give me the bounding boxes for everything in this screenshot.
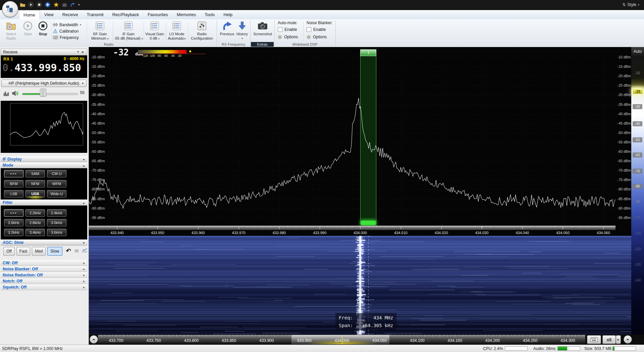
scale-label-minus-30[interactable]: -30 xyxy=(633,104,642,109)
mode-button-bfm[interactable]: BFM xyxy=(4,180,23,187)
mode-button-lsb[interactable]: LSB xyxy=(4,190,23,197)
add-icon[interactable] xyxy=(45,2,51,8)
section-mode[interactable]: Mode ▴ xyxy=(1,162,87,168)
stop-button[interactable]: Stop xyxy=(36,20,50,41)
rx1-marker[interactable]: 1 xyxy=(360,49,376,56)
receive-panel-header[interactable]: Receive ▾ ✕ xyxy=(1,49,87,55)
mode-button-cw-u[interactable]: CW-U xyxy=(47,170,66,177)
auto-scale-button[interactable]: Auto xyxy=(631,47,644,56)
menu-tab-transmit[interactable]: Transmit xyxy=(83,10,108,19)
close-icon[interactable]: ✕ xyxy=(81,50,84,54)
menu-tab-receive[interactable]: Receive xyxy=(58,10,83,19)
chevron-down-icon[interactable]: ▾ xyxy=(83,274,85,277)
dsp-row-noise-reduction[interactable]: Noise Reduction: Off▾ xyxy=(1,272,87,278)
nav-scroll-left-button[interactable]: ◂▸ xyxy=(90,335,98,344)
volume-slider-thumb[interactable] xyxy=(40,89,46,97)
speaker-icon[interactable] xyxy=(11,90,19,97)
select-radio-button[interactable]: Select Radio xyxy=(3,20,19,41)
menu-tab-home[interactable]: Home xyxy=(19,10,40,19)
scale-label-minus-20[interactable]: -20 xyxy=(633,89,643,94)
chevron-down-icon[interactable]: ▾ xyxy=(77,50,79,53)
agc-button-med[interactable]: Med xyxy=(32,247,46,256)
rx1-band-footer[interactable] xyxy=(361,221,376,225)
mode-button-dots[interactable]: ••• xyxy=(4,170,23,177)
start-button[interactable]: Start xyxy=(21,20,35,41)
chevron-up-icon[interactable]: ▴ xyxy=(83,201,85,205)
stop-icon[interactable] xyxy=(36,2,42,8)
filter-button-3-6khz[interactable]: 3.6kHz xyxy=(47,229,66,236)
chevron-up-icon[interactable]: ▴ xyxy=(83,164,85,167)
section-agc[interactable]: AGC: Slow ▾ xyxy=(1,239,87,246)
agc-button-slow[interactable]: Slow xyxy=(47,247,62,256)
chevron-down-icon[interactable]: ▾ xyxy=(83,280,85,283)
filter-button-2-8khz[interactable]: 2.8kHz xyxy=(25,219,45,226)
filter-button-2-4khz[interactable]: 2.4kHz xyxy=(47,209,66,217)
previous-button[interactable]: Previous xyxy=(219,20,235,41)
chevron-down-icon[interactable]: ▾ xyxy=(83,268,85,271)
agc-envelope-icon[interactable]: ✉ xyxy=(75,248,79,254)
dsp-row-noise-blanker[interactable]: Noise Blanker: Off▾ xyxy=(1,266,87,272)
filter-button-3-2khz[interactable]: 3.2kHz xyxy=(4,229,23,236)
frequency-display[interactable]: 0.433.999.850 xyxy=(1,62,87,74)
agc-button-fast[interactable]: Fast xyxy=(16,247,30,256)
equalizer-icon[interactable] xyxy=(3,90,9,97)
dsp-row-cw[interactable]: CW: Off▾ xyxy=(1,260,87,266)
filter-button-2-6khz[interactable]: 2.6kHz xyxy=(4,219,23,226)
scale-label-minus-40[interactable]: -40 xyxy=(633,121,642,126)
auto-mute-options-button[interactable]: Options xyxy=(278,35,302,39)
agc-undo-icon[interactable]: ↶ xyxy=(66,248,71,254)
noise-blanker-enable-checkbox[interactable]: Enable xyxy=(307,27,333,32)
qat-customize-icon[interactable]: ▾ xyxy=(78,3,80,6)
undo-icon[interactable] xyxy=(70,2,76,8)
dsp-row-squelch[interactable]: Squelch: Off▾ xyxy=(1,284,87,290)
filter-button-2-2khz[interactable]: 2.2kHz xyxy=(25,209,45,217)
open-folder-icon[interactable] xyxy=(19,2,25,8)
dsp-row-notch[interactable]: Notch: Off▾ xyxy=(1,278,87,284)
menu-tab-favourites[interactable]: Favourites xyxy=(143,10,172,19)
menu-tab-memories[interactable]: Memories xyxy=(172,10,200,19)
audio-device-select[interactable]: HP (Périphérique High Definition Audio) … xyxy=(1,80,87,87)
chevron-down-icon[interactable]: ▾ xyxy=(83,241,85,245)
menu-tab-help[interactable]: Help xyxy=(219,10,237,19)
lo-mode-button[interactable]: LO Mode Automatic▾ xyxy=(166,20,187,41)
visual-gain-button[interactable]: Visual Gain 0 dB ▾ xyxy=(144,20,165,41)
filter-button-dots[interactable]: ••• xyxy=(4,209,23,217)
intensity-gradient[interactable] xyxy=(631,56,644,335)
filter-button-3-0khz[interactable]: 3.0kHz xyxy=(47,219,66,226)
menu-tab-rec-playback[interactable]: Rec/Playback xyxy=(108,10,143,19)
mode-button-wfm[interactable]: WFM xyxy=(47,180,66,187)
mode-button-usb[interactable]: USB xyxy=(25,190,45,197)
nav-keyboard-button[interactable] xyxy=(587,335,601,344)
section-if-display[interactable]: IF Display ▾ xyxy=(1,156,87,162)
chevron-down-icon[interactable]: ▾ xyxy=(83,262,85,265)
rf-gain-button[interactable]: RF Gain Minimum ▾ xyxy=(88,20,112,41)
intensity-scale-strip[interactable]: Auto -10-20-30-40-50-60-70-80-90-100-110… xyxy=(631,47,644,335)
waterfall-display[interactable]: Freq: 434 MHz Span: ±64.305 kHz xyxy=(89,236,631,335)
volume-slider[interactable] xyxy=(22,93,78,95)
radio-configuration-button[interactable]: Radio Configuration xyxy=(189,20,215,41)
auto-mute-enable-checkbox[interactable]: Enable xyxy=(278,27,302,32)
menu-tab-view[interactable]: View xyxy=(40,10,58,19)
favourite-star-icon[interactable] xyxy=(53,2,59,8)
history-button[interactable]: History ▾ xyxy=(235,20,249,41)
style-menu[interactable]: ⇅ Style ▾ xyxy=(622,2,639,7)
section-filter[interactable]: Filter ▴ xyxy=(1,200,87,206)
spectrum-display[interactable]: -10 dBm-15 dBm-20 dBm-25 dBm-30 dBm-35 d… xyxy=(89,47,631,236)
chevron-down-icon[interactable]: ▾ xyxy=(83,286,85,289)
mode-button-nfm[interactable]: NFM xyxy=(25,180,45,187)
scale-label-minus-80[interactable]: -80 xyxy=(633,184,642,189)
app-menu-button[interactable] xyxy=(2,1,18,17)
mode-button-wide-u[interactable]: Wide-U xyxy=(47,190,66,197)
menu-tab-tools[interactable]: Tools xyxy=(200,10,219,19)
filter-button-3-4khz[interactable]: 3.4kHz xyxy=(25,229,45,236)
calibration-button[interactable]: Calibration xyxy=(53,28,86,34)
frequency-navigation-bar[interactable]: ◂▸ 433.700433.750433.800433.850433.90043… xyxy=(89,335,644,345)
chevron-down-icon[interactable]: ▾ xyxy=(83,158,85,161)
agc-graph-icon[interactable] xyxy=(82,248,88,254)
mode-button-sam[interactable]: SAM xyxy=(25,170,45,177)
screenshot-button[interactable]: Screenshot xyxy=(252,20,273,41)
noise-blanker-options-button[interactable]: Options xyxy=(307,35,333,39)
if-gain-button[interactable]: IF Gain -55 dB (Manual) ▾ xyxy=(114,20,143,41)
frequency-button[interactable]: Frequency xyxy=(53,34,86,41)
nav-zoom-button[interactable]: x5 xyxy=(602,335,616,344)
